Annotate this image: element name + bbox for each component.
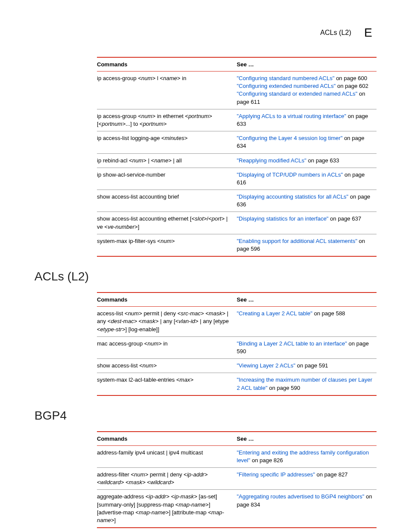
col-see: See …: [237, 292, 377, 307]
doc-link[interactable]: "Aggregating routes advertised to BGP4 n…: [237, 493, 364, 500]
table-row: show access-list <num>"Viewing Layer 2 A…: [97, 359, 377, 373]
page-ref: on page 600: [334, 75, 367, 81]
table-row: aggregate-address <ip-addr> <ip-mask> [a…: [97, 490, 377, 528]
table-row: show access-list accounting ethernet [<s…: [97, 212, 377, 234]
doc-link[interactable]: "Binding a Layer 2 ACL table to an inter…: [237, 340, 347, 347]
table-row: ip access-group <num> in ethernet <portn…: [97, 109, 377, 131]
see-cell: "Entering and exiting the address family…: [237, 445, 377, 467]
page-ref: on page 827: [315, 471, 348, 478]
page-ref: on page 826: [250, 457, 283, 464]
command-cell: ip access-group <num> l <name> in: [97, 72, 237, 109]
table3-body: address-family ipv4 unicast | ipv4 multi…: [97, 445, 377, 528]
col-see: See …: [237, 57, 377, 72]
doc-link[interactable]: "Configuring standard numbered ACLs": [237, 75, 335, 81]
col-see: See …: [237, 432, 377, 446]
page-ref: on page 602: [336, 83, 368, 89]
doc-link[interactable]: "Displaying accounting statistics for al…: [237, 193, 349, 200]
table-row: ip show-acl-service-number"Displaying of…: [97, 168, 377, 190]
table-row: ip access-group <num> l <name> in"Config…: [97, 72, 377, 109]
command-cell: show access-list accounting brief: [97, 190, 237, 212]
table-row: address-family ipv4 unicast | ipv4 multi…: [97, 445, 377, 467]
section-heading-acls-l2: ACLs (L2): [34, 270, 377, 283]
section-heading-bgp4: BGP4: [34, 409, 377, 423]
col-commands: Commands: [97, 57, 237, 72]
command-cell: system-max ip-filter-sys <num>: [97, 234, 237, 256]
doc-link[interactable]: "Enabling support for additional ACL sta…: [237, 238, 358, 244]
table-row: system-max ip-filter-sys <num>"Enabling …: [97, 234, 377, 256]
command-cell: ip show-acl-service-number: [97, 168, 237, 190]
doc-link[interactable]: "Configuring extended numbered ACLs": [237, 83, 336, 89]
see-cell: "Displaying accounting statistics for al…: [237, 190, 377, 212]
header-section-label: ACLs (L2): [320, 29, 351, 37]
page-ref: on page 633: [306, 157, 339, 164]
see-cell: "Reapplying modified ACLs" on page 633: [237, 153, 377, 168]
doc-link[interactable]: "Displaying of TCP/UDP numbers in ACLs": [237, 171, 343, 178]
table-row: access-list <num> permit | deny <src-mac…: [97, 307, 377, 337]
table-row: ip access-list logging-age <minutes>"Con…: [97, 131, 377, 153]
command-cell: ip access-list logging-age <minutes>: [97, 131, 237, 153]
doc-link[interactable]: "Increasing the maximum number of clause…: [237, 376, 373, 391]
command-cell: mac access-group <num> in: [97, 336, 237, 358]
doc-link[interactable]: "Viewing Layer 2 ACLs": [237, 362, 296, 369]
see-cell: "Viewing Layer 2 ACLs" on page 591: [237, 359, 377, 373]
doc-link[interactable]: "Filtering specific IP addresses": [237, 471, 315, 478]
table-row: address-filter <num> permit | deny <ip-a…: [97, 468, 377, 490]
table-bgp4: Commands See … address-family ipv4 unica…: [97, 431, 377, 529]
command-cell: aggregate-address <ip-addr> <ip-mask> [a…: [97, 490, 237, 528]
command-cell: ip rebind-acl <num> | <name> | all: [97, 153, 237, 168]
command-cell: ip access-group <num> in ethernet <portn…: [97, 109, 237, 131]
col-commands: Commands: [97, 292, 237, 307]
command-cell: address-filter <num> permit | deny <ip-a…: [97, 468, 237, 490]
command-cell: address-family ipv4 unicast | ipv4 multi…: [97, 445, 237, 467]
see-cell: "Configuring standard numbered ACLs" on …: [237, 72, 377, 109]
see-cell: "Displaying of TCP/UDP numbers in ACLs" …: [237, 168, 377, 190]
table-row: show access-list accounting brief"Displa…: [97, 190, 377, 212]
command-cell: access-list <num> permit | deny <src-mac…: [97, 307, 237, 337]
see-cell: "Configuring the Layer 4 session log tim…: [237, 131, 377, 153]
page-ref: on page 637: [328, 215, 361, 222]
see-cell: "Displaying statistics for an interface"…: [237, 212, 377, 234]
table-row: mac access-group <num> in"Binding a Laye…: [97, 336, 377, 358]
see-cell: "Filtering specific IP addresses" on pag…: [237, 468, 377, 490]
page-ref: on page 590: [268, 385, 300, 391]
table-acls-top: Commands See … ip access-group <num> l <…: [97, 57, 377, 257]
table-row: system-max l2-acl-table-entries <max>"In…: [97, 373, 377, 395]
header-letter: E: [364, 26, 372, 40]
col-commands: Commands: [97, 432, 237, 446]
see-cell: "Enabling support for additional ACL sta…: [237, 234, 377, 256]
table-row: ip rebind-acl <num> | <name> | all"Reapp…: [97, 153, 377, 168]
doc-link[interactable]: "Configuring standard or extended named …: [237, 90, 358, 97]
page-ref: on page 588: [312, 310, 345, 317]
see-cell: "Binding a Layer 2 ACL table to an inter…: [237, 336, 377, 358]
command-cell: show access-list <num>: [97, 359, 237, 373]
see-cell: "Creating a Layer 2 ACL table" on page 5…: [237, 307, 377, 337]
doc-link[interactable]: "Applying ACLs to a virtual routing inte…: [237, 113, 346, 119]
command-cell: system-max l2-acl-table-entries <max>: [97, 373, 237, 395]
doc-link[interactable]: "Displaying statistics for an interface": [237, 215, 329, 222]
doc-link[interactable]: "Creating a Layer 2 ACL table": [237, 310, 313, 317]
table2-body: access-list <num> permit | deny <src-mac…: [97, 307, 377, 395]
see-cell: "Aggregating routes advertised to BGP4 n…: [237, 490, 377, 528]
doc-link[interactable]: "Configuring the Layer 4 session log tim…: [237, 135, 343, 141]
command-cell: show access-list accounting ethernet [<s…: [97, 212, 237, 234]
page-header: ACLs (L2) E: [34, 26, 377, 40]
page-ref: on page 591: [296, 362, 328, 369]
table1-body: ip access-group <num> l <name> in"Config…: [97, 72, 377, 257]
table-acls-l2: Commands See … access-list <num> permit …: [97, 292, 377, 396]
see-cell: "Increasing the maximum number of clause…: [237, 373, 377, 395]
see-cell: "Applying ACLs to a virtual routing inte…: [237, 109, 377, 131]
doc-link[interactable]: "Reapplying modified ACLs": [237, 157, 307, 164]
